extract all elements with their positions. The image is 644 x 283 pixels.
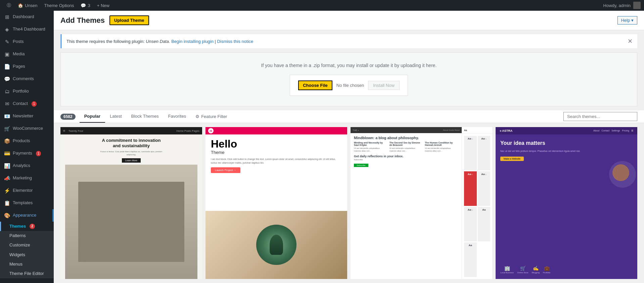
choose-file-button[interactable]: Choose File [298, 80, 332, 90]
astra-title: Your idea matters [500, 140, 633, 146]
sidebar-item-comments[interactable]: 💬 Comments [0, 73, 54, 85]
upload-form: Choose File No file chosen Install Now [290, 75, 408, 96]
sidebar-label-dashboard: Dashboard [13, 14, 34, 20]
page-header: Add Themes Upload Theme Help ▾ [54, 11, 644, 30]
notice-text: This theme requires the following plugin… [66, 39, 253, 44]
site-name: Unsen [25, 3, 38, 8]
tab-favorites[interactable]: Favorites [164, 110, 191, 123]
themes-grid: Twenty Four Home Posts Pages A commitmen… [54, 123, 644, 283]
payments-badge: 1 [36, 151, 41, 156]
theme-card-mindblown[interactable]: THE • About Goals About Mindblown: a blo… [351, 127, 492, 279]
sidebar-label-products: Products [13, 138, 30, 144]
appearance-icon: 🎨 [4, 212, 10, 219]
new-content-menu[interactable]: + New [94, 0, 113, 11]
site-name-menu[interactable]: 🏠 Unsen [14, 0, 41, 11]
comments-icon: 💬 [4, 75, 10, 82]
dashboard-icon: ⊞ [4, 13, 10, 20]
comments-menu[interactable]: 💬 3 [77, 0, 93, 11]
theme-card-twentytwentyfour[interactable]: Twenty Four Home Posts Pages A commitmen… [60, 127, 202, 279]
sidebar-item-posts[interactable]: ✎ Posts [0, 36, 54, 48]
sidebar-label-portfolio: Portfolio [13, 88, 29, 94]
sidebar-label-the4: The4 Dashboard [13, 26, 45, 32]
sidebar-label-woocommerce: WooCommerce [13, 125, 43, 131]
astra-cta: Make a Website [500, 157, 524, 161]
themes-filter-bar: 6582 Popular Latest Block Themes Favorit… [54, 110, 644, 123]
sidebar-item-appearance[interactable]: 🎨 Appearance [0, 209, 54, 222]
upload-area: If you have a theme in a .zip format, yo… [60, 52, 637, 106]
notice-dismiss-link[interactable]: Dismiss this notice [217, 39, 254, 44]
posts-icon: ✎ [4, 38, 10, 45]
admin-avatar [633, 2, 641, 9]
sidebar-item-menus[interactable]: Menus [0, 260, 54, 269]
sidebar-label-widgets: Widgets [9, 252, 25, 258]
notice-close-button[interactable]: ✕ [628, 38, 633, 45]
sidebar-label-customize: Customize [9, 242, 30, 248]
page-title: Add Themes [60, 16, 105, 25]
hello-cta: Launch Project → [211, 167, 240, 173]
sidebar-label-comments: Comments [13, 76, 34, 82]
hello-logo: IS [208, 128, 214, 133]
tab-popular[interactable]: Popular [80, 110, 105, 123]
newsletter-icon: 📧 [4, 113, 10, 120]
plugin-notice: This theme requires the following plugin… [60, 34, 637, 48]
theme-options-label: Theme Options [44, 3, 74, 8]
sidebar-item-newsletter[interactable]: 📧 Newsletter [0, 110, 54, 122]
theme-card-hello[interactable]: IS Hello Theme I am text block. Click ed… [205, 127, 347, 279]
search-themes-input[interactable] [563, 112, 637, 121]
sidebar-item-customize[interactable]: Customize [0, 240, 54, 250]
sidebar-item-analytics[interactable]: 📊 Analytics [0, 160, 54, 172]
sidebar-item-templates[interactable]: 📋 Templates [0, 197, 54, 209]
sidebar-item-dashboard[interactable]: ⊞ Dashboard [0, 11, 54, 23]
notice-begin-link[interactable]: Begin installing plugin [171, 39, 214, 44]
astra-nav: ⟐ ASTRA AboutContactSettingsPricing ☰ [496, 127, 637, 134]
install-now-button[interactable]: Install Now [368, 81, 400, 90]
theme-card-astra[interactable]: ⟐ ASTRA AboutContactSettingsPricing ☰ Yo… [496, 127, 637, 279]
theme-count-badge: 6582 [60, 114, 76, 120]
themes-badge: 2 [30, 224, 35, 229]
sidebar-item-elementor[interactable]: ⚡ Elementor [0, 184, 54, 197]
sidebar-label-media: Media [13, 51, 25, 57]
tab-latest[interactable]: Latest [105, 110, 126, 123]
sidebar-item-the4-dashboard[interactable]: ◈ The4 Dashboard [0, 23, 54, 36]
sidebar-item-widgets[interactable]: Widgets [0, 250, 54, 260]
help-button[interactable]: Help ▾ [617, 16, 637, 24]
sidebar-item-themes[interactable]: Themes 2 [0, 222, 54, 231]
feature-filter-button[interactable]: ⚙ Feature Filter [191, 111, 232, 122]
analytics-icon: 📊 [4, 162, 10, 169]
upload-theme-button[interactable]: Upload Theme [109, 15, 149, 25]
tab-block-themes[interactable]: Block Themes [127, 110, 164, 123]
preview-bar-ttf: Twenty Four Home Posts Pages [60, 127, 202, 134]
sidebar-item-patterns[interactable]: Patterns [0, 231, 54, 240]
sidebar-label-marketing: Marketing [13, 175, 32, 181]
sidebar-item-portfolio[interactable]: 🗂 Portfolio [0, 85, 54, 98]
sidebar-label-templates: Templates [13, 200, 33, 206]
admin-menu: ⊞ Dashboard ◈ The4 Dashboard ✎ Posts ▣ M… [0, 11, 54, 283]
sidebar-item-payments[interactable]: 💳 Payments 1 [0, 147, 54, 160]
notice-before-text: This theme requires the following plugin… [66, 39, 145, 44]
sidebar-label-patterns: Patterns [9, 233, 26, 239]
hello-top-bar: IS [205, 127, 347, 134]
gear-icon: ⚙ [195, 114, 199, 119]
elementor-icon: ⚡ [4, 187, 10, 194]
sidebar-label-appearance: Appearance [13, 212, 36, 218]
payments-icon: 💳 [4, 150, 10, 157]
sidebar-item-woocommerce[interactable]: 🛒 WooCommerce [0, 122, 54, 135]
products-icon: 📦 [4, 137, 10, 145]
theme-options-menu[interactable]: Theme Options [41, 0, 78, 11]
woocommerce-icon: 🛒 [4, 125, 10, 132]
sidebar-item-theme-file-editor[interactable]: Theme File Editor [0, 269, 54, 278]
hello-body: I am text block. Click edit button to ch… [211, 158, 342, 165]
wp-logo-menu[interactable]: ⓪ [3, 0, 14, 11]
sidebar-item-contact[interactable]: ✉ Contact 1 [0, 98, 54, 110]
sidebar-label-newsletter: Newsletter [13, 113, 33, 119]
sidebar-item-pages[interactable]: 📄 Pages [0, 60, 54, 73]
contact-badge: 1 [32, 101, 37, 107]
sidebar-item-products[interactable]: 📦 Products [0, 135, 54, 147]
howdy-text: Howdy, admin [603, 3, 631, 8]
notice-plugin-name: Unsen Data [146, 39, 169, 44]
portfolio-icon: 🗂 [4, 88, 10, 95]
sidebar-item-media[interactable]: ▣ Media [0, 48, 54, 60]
no-file-text: No file chosen [336, 83, 364, 88]
sidebar-item-marketing[interactable]: 📣 Marketing [0, 172, 54, 184]
sidebar-label-elementor: Elementor [13, 187, 33, 193]
